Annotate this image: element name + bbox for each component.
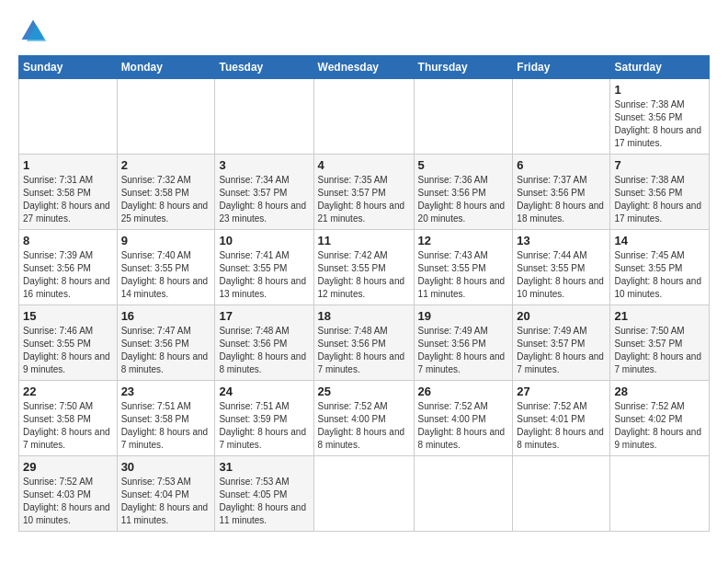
header-row: SundayMondayTuesdayWednesdayThursdayFrid… <box>19 56 710 79</box>
empty-cell <box>513 456 610 532</box>
day-cell-1: 1 Sunrise: 7:31 AMSunset: 3:58 PMDayligh… <box>19 155 118 230</box>
day-info: Sunrise: 7:48 AMSunset: 3:56 PMDaylight:… <box>318 326 405 374</box>
day-cell-31: 31 Sunrise: 7:53 AMSunset: 4:05 PMDaylig… <box>215 456 313 532</box>
day-number: 8 <box>23 234 113 247</box>
day-info: Sunrise: 7:37 AMSunset: 3:56 PMDaylight:… <box>517 175 604 224</box>
day-info: Sunrise: 7:52 AMSunset: 4:01 PMDaylight:… <box>517 401 604 450</box>
day-number: 21 <box>614 309 705 323</box>
day-cell-29: 29 Sunrise: 7:52 AMSunset: 4:03 PMDaylig… <box>19 456 118 532</box>
day-cell-24: 24 Sunrise: 7:51 AMSunset: 3:59 PMDaylig… <box>215 381 313 456</box>
day-info: Sunrise: 7:53 AMSunset: 4:05 PMDaylight:… <box>219 477 306 525</box>
day-info: Sunrise: 7:36 AMSunset: 3:56 PMDaylight:… <box>418 175 506 224</box>
day-cell-30: 30 Sunrise: 7:53 AMSunset: 4:04 PMDaylig… <box>117 456 215 532</box>
header-cell-thursday: Thursday <box>414 56 513 79</box>
empty-cell <box>215 79 313 155</box>
day-cell-6: 6 Sunrise: 7:37 AMSunset: 3:56 PMDayligh… <box>513 155 610 230</box>
day-cell-1: 1 Sunrise: 7:38 AMSunset: 3:56 PMDayligh… <box>610 79 710 155</box>
week-row: 22 Sunrise: 7:50 AMSunset: 3:58 PMDaylig… <box>19 381 710 456</box>
day-number: 24 <box>219 385 309 398</box>
day-info: Sunrise: 7:31 AMSunset: 3:58 PMDaylight:… <box>23 175 110 224</box>
day-number: 7 <box>614 158 705 172</box>
day-number: 19 <box>418 309 509 323</box>
day-cell-3: 3 Sunrise: 7:34 AMSunset: 3:57 PMDayligh… <box>215 155 313 230</box>
empty-cell <box>513 79 610 155</box>
empty-cell <box>19 79 118 155</box>
header-cell-friday: Friday <box>513 56 610 79</box>
day-info: Sunrise: 7:47 AMSunset: 3:56 PMDaylight:… <box>121 326 209 374</box>
header-cell-monday: Monday <box>117 56 215 79</box>
logo-icon <box>18 17 48 46</box>
day-info: Sunrise: 7:44 AMSunset: 3:55 PMDaylight:… <box>517 250 604 299</box>
day-info: Sunrise: 7:52 AMSunset: 4:00 PMDaylight:… <box>318 401 405 450</box>
day-number: 13 <box>517 234 606 247</box>
day-number: 15 <box>23 309 113 323</box>
day-info: Sunrise: 7:39 AMSunset: 3:56 PMDaylight:… <box>23 250 110 299</box>
day-number: 20 <box>517 309 606 323</box>
day-number: 23 <box>121 385 211 398</box>
day-cell-18: 18 Sunrise: 7:48 AMSunset: 3:56 PMDaylig… <box>313 305 414 381</box>
day-number: 28 <box>614 385 705 398</box>
day-info: Sunrise: 7:45 AMSunset: 3:55 PMDaylight:… <box>614 250 701 299</box>
day-info: Sunrise: 7:51 AMSunset: 3:59 PMDaylight:… <box>219 401 306 450</box>
day-number: 10 <box>219 234 309 247</box>
day-info: Sunrise: 7:49 AMSunset: 3:56 PMDaylight:… <box>418 326 506 374</box>
day-info: Sunrise: 7:48 AMSunset: 3:56 PMDaylight:… <box>219 326 306 374</box>
day-info: Sunrise: 7:34 AMSunset: 3:57 PMDaylight:… <box>219 175 306 224</box>
calendar: SundayMondayTuesdayWednesdayThursdayFrid… <box>18 55 710 532</box>
day-info: Sunrise: 7:42 AMSunset: 3:55 PMDaylight:… <box>318 250 405 299</box>
day-cell-8: 8 Sunrise: 7:39 AMSunset: 3:56 PMDayligh… <box>19 230 118 305</box>
day-info: Sunrise: 7:53 AMSunset: 4:04 PMDaylight:… <box>121 477 209 525</box>
day-info: Sunrise: 7:38 AMSunset: 3:56 PMDaylight:… <box>614 175 701 224</box>
empty-cell <box>313 79 414 155</box>
day-cell-10: 10 Sunrise: 7:41 AMSunset: 3:55 PMDaylig… <box>215 230 313 305</box>
logo <box>18 17 53 46</box>
header-cell-saturday: Saturday <box>610 56 710 79</box>
day-cell-13: 13 Sunrise: 7:44 AMSunset: 3:55 PMDaylig… <box>513 230 610 305</box>
day-cell-5: 5 Sunrise: 7:36 AMSunset: 3:56 PMDayligh… <box>414 155 513 230</box>
day-info: Sunrise: 7:52 AMSunset: 4:03 PMDaylight:… <box>23 477 110 525</box>
day-cell-22: 22 Sunrise: 7:50 AMSunset: 3:58 PMDaylig… <box>19 381 118 456</box>
week-row: 1 Sunrise: 7:38 AMSunset: 3:56 PMDayligh… <box>19 79 710 155</box>
day-cell-26: 26 Sunrise: 7:52 AMSunset: 4:00 PMDaylig… <box>414 381 513 456</box>
day-number: 31 <box>219 460 309 474</box>
page: SundayMondayTuesdayWednesdayThursdayFrid… <box>0 0 728 563</box>
day-info: Sunrise: 7:41 AMSunset: 3:55 PMDaylight:… <box>219 250 306 299</box>
week-row: 8 Sunrise: 7:39 AMSunset: 3:56 PMDayligh… <box>19 230 710 305</box>
day-cell-12: 12 Sunrise: 7:43 AMSunset: 3:55 PMDaylig… <box>414 230 513 305</box>
day-number: 9 <box>121 234 211 247</box>
day-number: 27 <box>517 385 606 398</box>
day-cell-19: 19 Sunrise: 7:49 AMSunset: 3:56 PMDaylig… <box>414 305 513 381</box>
day-cell-25: 25 Sunrise: 7:52 AMSunset: 4:00 PMDaylig… <box>313 381 414 456</box>
day-info: Sunrise: 7:32 AMSunset: 3:58 PMDaylight:… <box>121 175 209 224</box>
day-number: 1 <box>614 83 705 97</box>
day-number: 29 <box>23 460 113 474</box>
day-cell-17: 17 Sunrise: 7:48 AMSunset: 3:56 PMDaylig… <box>215 305 313 381</box>
week-row: 29 Sunrise: 7:52 AMSunset: 4:03 PMDaylig… <box>19 456 710 532</box>
day-info: Sunrise: 7:52 AMSunset: 4:00 PMDaylight:… <box>418 401 506 450</box>
day-info: Sunrise: 7:52 AMSunset: 4:02 PMDaylight:… <box>614 401 701 450</box>
day-number: 3 <box>219 158 309 172</box>
calendar-header: SundayMondayTuesdayWednesdayThursdayFrid… <box>19 56 710 79</box>
day-cell-14: 14 Sunrise: 7:45 AMSunset: 3:55 PMDaylig… <box>610 230 710 305</box>
day-number: 11 <box>318 234 410 247</box>
day-cell-20: 20 Sunrise: 7:49 AMSunset: 3:57 PMDaylig… <box>513 305 610 381</box>
day-number: 14 <box>614 234 705 247</box>
header-cell-tuesday: Tuesday <box>215 56 313 79</box>
header <box>18 17 710 46</box>
calendar-body: 1 Sunrise: 7:38 AMSunset: 3:56 PMDayligh… <box>19 79 710 532</box>
day-info: Sunrise: 7:46 AMSunset: 3:55 PMDaylight:… <box>23 326 110 374</box>
empty-cell <box>610 456 710 532</box>
day-number: 5 <box>418 158 509 172</box>
day-number: 12 <box>418 234 509 247</box>
day-number: 22 <box>23 385 113 398</box>
day-cell-7: 7 Sunrise: 7:38 AMSunset: 3:56 PMDayligh… <box>610 155 710 230</box>
day-number: 30 <box>121 460 211 474</box>
day-cell-16: 16 Sunrise: 7:47 AMSunset: 3:56 PMDaylig… <box>117 305 215 381</box>
day-info: Sunrise: 7:51 AMSunset: 3:58 PMDaylight:… <box>121 401 209 450</box>
day-cell-4: 4 Sunrise: 7:35 AMSunset: 3:57 PMDayligh… <box>313 155 414 230</box>
header-cell-wednesday: Wednesday <box>313 56 414 79</box>
day-number: 18 <box>318 309 410 323</box>
day-cell-15: 15 Sunrise: 7:46 AMSunset: 3:55 PMDaylig… <box>19 305 118 381</box>
day-info: Sunrise: 7:50 AMSunset: 3:57 PMDaylight:… <box>614 326 701 374</box>
day-cell-2: 2 Sunrise: 7:32 AMSunset: 3:58 PMDayligh… <box>117 155 215 230</box>
